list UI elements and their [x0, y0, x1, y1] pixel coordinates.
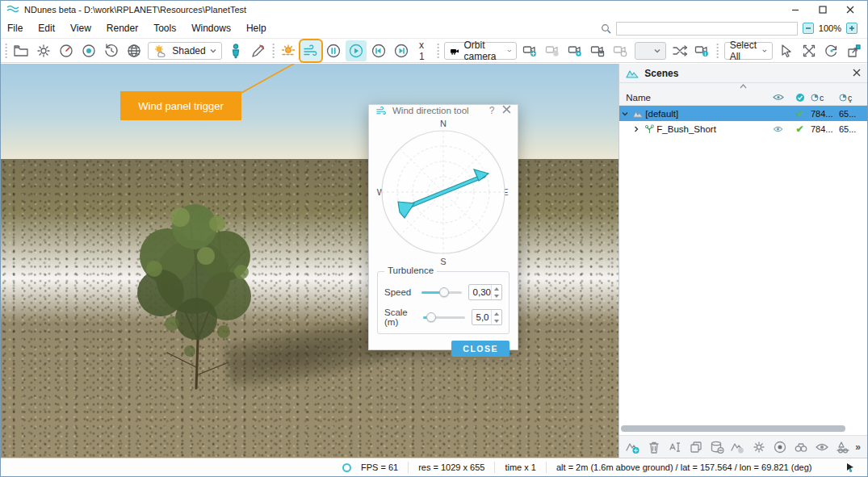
camera-disabled-button[interactable]: [543, 40, 564, 61]
close-dialog-button[interactable]: CLOSE: [451, 341, 509, 357]
enabled-check[interactable]: ✔: [795, 123, 803, 135]
zoom-in-button[interactable]: [846, 23, 858, 34]
scale-up-button[interactable]: [492, 310, 501, 317]
menu-tools[interactable]: Tools: [153, 23, 176, 34]
scenes-close-button[interactable]: [853, 68, 861, 79]
scene-disabled-icon: [731, 440, 745, 454]
picker-button[interactable]: [248, 40, 269, 61]
sort-indicator[interactable]: [619, 83, 867, 90]
performance-button[interactable]: [56, 40, 77, 61]
camera-save-button[interactable]: [588, 40, 609, 61]
pause-button[interactable]: [323, 40, 344, 61]
toolbar-grip: [5, 42, 7, 60]
world-button[interactable]: [124, 40, 145, 61]
scene-row-default[interactable]: [default] ✔ 784... 65...: [619, 106, 867, 121]
step-forward-button[interactable]: [391, 40, 412, 61]
rotate-tool-button[interactable]: [821, 40, 842, 61]
zoom-out-button[interactable]: [803, 23, 814, 34]
chevron-down-icon: [762, 48, 767, 53]
record-dot-icon: [773, 440, 787, 454]
scene-settings-button[interactable]: [750, 438, 768, 456]
eye-icon[interactable]: [773, 126, 783, 132]
app-window: NDunes beta - D:\work\RPLANET\Resources\…: [0, 0, 868, 477]
folder-icon: [13, 43, 29, 59]
play-button[interactable]: [346, 40, 367, 61]
enabled-check[interactable]: ✔: [795, 108, 803, 119]
settings-button[interactable]: [33, 40, 54, 61]
help-button[interactable]: ?: [486, 105, 497, 116]
sun-position-button[interactable]: [278, 40, 299, 61]
scale-spinbox[interactable]: 5,0: [472, 309, 502, 325]
expander-expand[interactable]: [631, 126, 642, 132]
scene-record-button[interactable]: [771, 438, 789, 456]
camera-mode-dropdown[interactable]: Orbit camera: [444, 42, 517, 60]
title-bar: NDunes beta - D:\work\RPLANET\Resources\…: [1, 1, 867, 19]
column-name[interactable]: Name: [626, 93, 767, 103]
camera-add-button[interactable]: [520, 40, 541, 61]
minimize-button[interactable]: [782, 2, 809, 18]
maximize-button[interactable]: [809, 2, 837, 18]
wind-icon: [375, 106, 388, 116]
speed-spinbox[interactable]: 0,30: [468, 284, 502, 300]
avatar-mode-button[interactable]: [225, 40, 246, 61]
scale-down-button[interactable]: [492, 317, 501, 324]
gear-icon: [36, 43, 52, 59]
selection-mode-dropdown[interactable]: Select All: [724, 42, 773, 60]
eyedropper-icon: [250, 43, 266, 59]
find-button[interactable]: [792, 438, 810, 456]
instances-button[interactable]: [834, 438, 852, 456]
speed-slider-knob[interactable]: [439, 287, 449, 297]
toolbar-overflow-button[interactable]: »: [855, 441, 862, 453]
menu-help[interactable]: Help: [246, 23, 266, 34]
scene-row-bush[interactable]: F_Bush_Short ✔ 784... 65...: [619, 121, 867, 136]
scale-slider[interactable]: [423, 312, 464, 322]
camera-goto-button[interactable]: [565, 40, 586, 61]
selection-mode-label: Select All: [730, 40, 759, 62]
duplicate-button[interactable]: [687, 438, 705, 456]
menu-file[interactable]: File: [7, 23, 23, 34]
scene-name[interactable]: [default]: [645, 109, 767, 119]
wind-panel-button[interactable]: [300, 40, 321, 61]
camera-reset-button[interactable]: [610, 40, 631, 61]
add-scene-button[interactable]: [624, 438, 642, 456]
horizontal-scrollbar[interactable]: [621, 425, 845, 432]
menu-view[interactable]: View: [70, 23, 91, 34]
dialog-close-button[interactable]: [502, 105, 511, 116]
scale-slider-knob[interactable]: [426, 312, 436, 322]
trash-icon: [647, 440, 661, 454]
speed-value[interactable]: 0,30: [469, 285, 491, 299]
remove-database-button[interactable]: [708, 438, 726, 456]
step-back-button[interactable]: [368, 40, 389, 61]
menu-render[interactable]: Render: [107, 23, 138, 34]
record-view-button[interactable]: [78, 40, 99, 61]
scale-tool-button[interactable]: [844, 40, 865, 61]
render-mode-dropdown[interactable]: Shaded: [148, 42, 221, 60]
open-project-button[interactable]: [10, 40, 31, 61]
viewport-3d[interactable]: Wind panel trigger: [1, 64, 619, 458]
scale-value[interactable]: 5,0: [472, 310, 491, 324]
scene-state-button[interactable]: [729, 438, 747, 456]
eye-icon: [815, 440, 829, 454]
visibility-button[interactable]: [813, 438, 831, 456]
speed-up-button[interactable]: [492, 285, 501, 292]
rename-button[interactable]: [666, 438, 684, 456]
shuffle-cameras-button[interactable]: [669, 40, 690, 61]
move-tool-button[interactable]: [799, 40, 820, 61]
history-button[interactable]: [101, 40, 122, 61]
scene-object-name[interactable]: F_Bush_Short: [656, 124, 767, 134]
expander-collapse[interactable]: [619, 111, 631, 117]
menu-windows[interactable]: Windows: [191, 23, 231, 34]
playback-rate: x 1: [419, 40, 428, 62]
person-icon: [228, 43, 244, 59]
wind-dialog-titlebar[interactable]: Wind direction tool ?: [369, 105, 518, 116]
search-input[interactable]: [616, 22, 798, 36]
wind-compass[interactable]: N E S W: [375, 118, 511, 266]
delete-button[interactable]: [645, 438, 663, 456]
camera-info-button[interactable]: [692, 40, 713, 61]
speed-slider[interactable]: [421, 287, 461, 297]
menu-edit[interactable]: Edit: [38, 23, 55, 34]
speed-down-button[interactable]: [492, 292, 501, 299]
camera-preset-dropdown[interactable]: [635, 42, 666, 60]
select-tool-button[interactable]: [776, 40, 797, 61]
close-button[interactable]: [837, 2, 864, 18]
